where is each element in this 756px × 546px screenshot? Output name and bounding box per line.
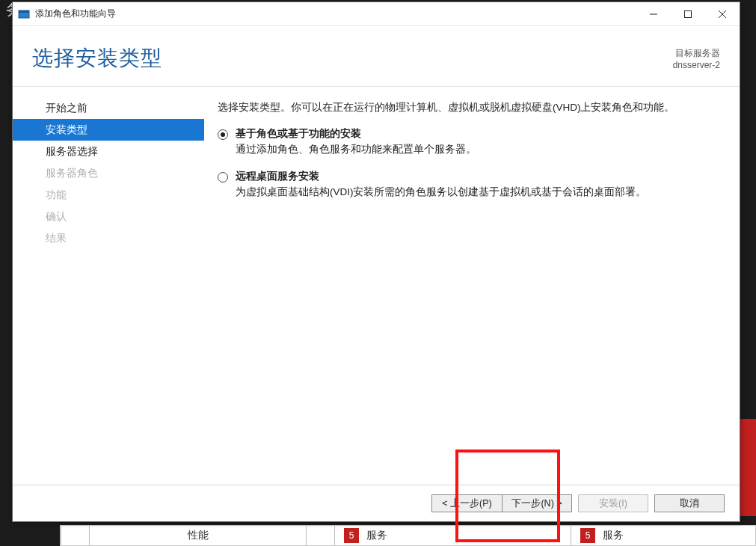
wizard-content: 开始之前 安装类型 服务器选择 服务器角色 功能 确认 结果 选择安装类型。你可… — [13, 91, 740, 485]
page-heading: 选择安装类型 — [32, 44, 162, 73]
radio-icon[interactable] — [218, 172, 228, 182]
wizard-body: 选择安装类型 目标服务器 dnsserver-2 开始之前 安装类型 服务器选择… — [13, 26, 740, 521]
previous-button[interactable]: < 上一步(P) — [431, 494, 502, 512]
bg-red-bar — [740, 419, 756, 516]
header-divider — [13, 86, 740, 87]
next-button[interactable]: 下一步(N) > — [502, 494, 572, 512]
wizard-main: 选择安装类型。你可以在正在运行的物理计算机、虚拟机或脱机虚拟硬盘(VHD)上安装… — [204, 91, 740, 485]
bg-cell-services-b: 5 服务 — [571, 526, 755, 545]
bg-cell-services-a-label: 服务 — [366, 529, 387, 542]
option-title: 远程桌面服务安装 — [236, 170, 717, 183]
wizard-nav: 开始之前 安装类型 服务器选择 服务器角色 功能 确认 结果 — [13, 91, 204, 485]
bg-cell-empty-left — [61, 526, 89, 545]
bg-cell-gap1 — [306, 526, 334, 545]
bg-cell-services-b-label: 服务 — [603, 529, 624, 542]
bg-badge-a: 5 — [344, 528, 359, 543]
close-button[interactable] — [705, 2, 740, 25]
nav-features: 功能 — [13, 184, 204, 206]
nav-server-roles: 服务器角色 — [13, 162, 204, 184]
bg-badge-b: 5 — [580, 528, 595, 543]
instruction-text: 选择安装类型。你可以在正在运行的物理计算机、虚拟机或脱机虚拟硬盘(VHD)上安装… — [218, 100, 717, 115]
nav-confirm: 确认 — [13, 206, 204, 227]
nav-install-type[interactable]: 安装类型 — [13, 119, 204, 141]
maximize-button[interactable] — [671, 2, 705, 25]
wizard-header: 选择安装类型 目标服务器 dnsserver-2 — [13, 26, 740, 86]
option-rds-install[interactable]: 远程桌面服务安装 为虚拟桌面基础结构(VDI)安装所需的角色服务以创建基于虚拟机… — [218, 170, 717, 200]
cancel-button[interactable]: 取消 — [654, 494, 725, 512]
option-desc: 通过添加角色、角色服务和功能来配置单个服务器。 — [236, 142, 717, 157]
target-label: 目标服务器 — [673, 47, 720, 60]
bg-bottom-strip: 性能 5 服务 5 服务 — [60, 525, 756, 546]
install-button: 安装(I) — [578, 494, 648, 512]
titlebar[interactable]: 添加角色和功能向导 — [13, 2, 740, 26]
window-controls — [636, 2, 740, 25]
bg-cell-performance-label: 性能 — [188, 529, 209, 542]
option-title: 基于角色或基于功能的安装 — [236, 127, 717, 141]
window-title: 添加角色和功能向导 — [35, 7, 636, 20]
option-role-feature-install[interactable]: 基于角色或基于功能的安装 通过添加角色、角色服务和功能来配置单个服务器。 — [218, 127, 717, 157]
nav-before-begin[interactable]: 开始之前 — [13, 97, 204, 119]
target-info: 目标服务器 dnsserver-2 — [673, 47, 720, 70]
prev-next-group: < 上一步(P) 下一步(N) > — [431, 494, 572, 512]
svg-rect-3 — [685, 10, 692, 17]
option-desc: 为虚拟桌面基础结构(VDI)安装所需的角色服务以创建基于虚拟机或基于会话的桌面部… — [236, 185, 717, 200]
bg-cell-services-a: 5 服务 — [334, 526, 571, 545]
svg-rect-1 — [19, 10, 29, 13]
wizard-footer: < 上一步(P) 下一步(N) > 安装(I) 取消 — [13, 485, 740, 521]
minimize-button[interactable] — [636, 2, 671, 25]
option-texts: 基于角色或基于功能的安装 通过添加角色、角色服务和功能来配置单个服务器。 — [236, 127, 717, 157]
app-icon — [18, 8, 30, 20]
option-texts: 远程桌面服务安装 为虚拟桌面基础结构(VDI)安装所需的角色服务以创建基于虚拟机… — [236, 170, 717, 200]
radio-icon[interactable] — [218, 129, 228, 140]
bg-cell-performance: 性能 — [89, 526, 306, 545]
nav-results: 结果 — [13, 227, 204, 249]
nav-server-selection[interactable]: 服务器选择 — [13, 141, 204, 162]
wizard-window: 添加角色和功能向导 选择安装类型 目标服务器 dnsserver-2 开始之前 — [12, 1, 740, 522]
target-server: dnsserver-2 — [673, 60, 720, 70]
